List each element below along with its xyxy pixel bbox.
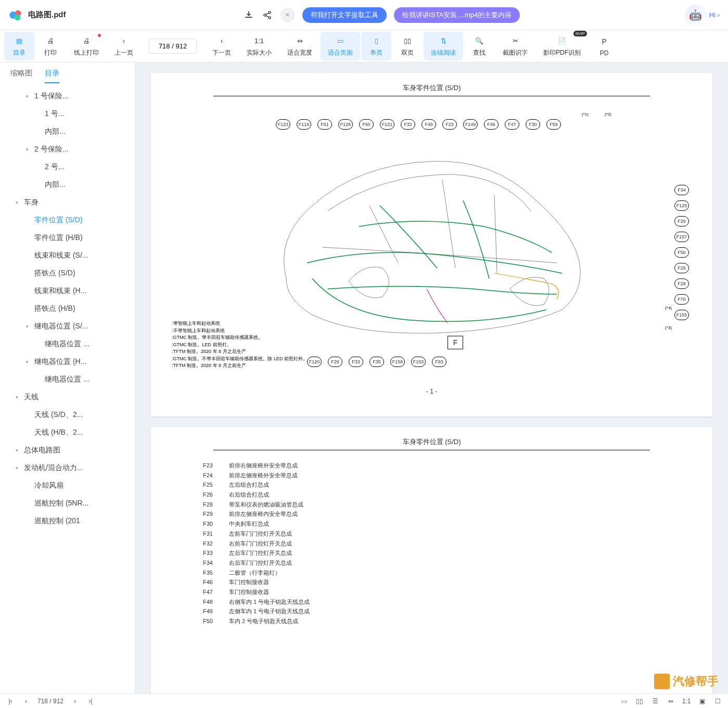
close-suggestion-button[interactable]: × [280, 8, 295, 22]
connector-label: F126 [338, 119, 353, 130]
connector-label: F155 [674, 310, 689, 320]
toolbar-icon: ⇔ [293, 35, 306, 46]
sidebar-tabs: 缩略图 目录 [0, 62, 135, 83]
toolbar-截图识字[interactable]: ✂截图识字 [495, 32, 535, 60]
connector-label: F29 [328, 357, 342, 367]
prev-page-icon[interactable]: ‹ [22, 697, 30, 705]
view-mode-icon[interactable]: ☐ [713, 697, 722, 705]
document-filename: 电路图.pdf [28, 10, 66, 20]
last-page-icon[interactable]: ›| [86, 697, 95, 705]
tree-item[interactable]: ▾发动机/混合动力... [0, 459, 135, 477]
connector-label: F120 [307, 357, 322, 367]
toolbar-查找[interactable]: 🔍查找 [464, 32, 494, 60]
toolbar-打印[interactable]: 🖨打印 [35, 32, 66, 60]
hi-text: Hi › [709, 11, 720, 19]
toolbar-label: 双页 [401, 48, 414, 57]
tree-item[interactable]: ▾继电器位置 (S/... [0, 318, 135, 335]
toolbar-下一页[interactable]: ›下一页 [205, 32, 238, 60]
tree-item[interactable]: 2 号... [0, 158, 135, 176]
tree-item[interactable]: 1 号... [0, 105, 135, 123]
connector-label: F34 [674, 185, 689, 195]
tree-item[interactable]: 零件位置 (S/D) [0, 211, 135, 229]
toolbar-label: 打印 [44, 48, 57, 57]
tree-item[interactable]: 线束和线束 (H... [0, 282, 135, 300]
two-page-view-icon[interactable]: ▯▯ [635, 697, 644, 705]
tree-item[interactable]: 继电器位置 ... [0, 371, 135, 388]
parts-row: F32右前车门门控灯开关总成 [203, 539, 692, 549]
toolbar-label: 单页 [370, 48, 382, 57]
tree-item[interactable]: 线束和线束 (S/... [0, 247, 135, 264]
toolbar-icon: ▤ [13, 35, 25, 46]
connector-label: F47 [505, 119, 519, 130]
tree-item[interactable]: ▾车身 [0, 194, 135, 211]
tree-item[interactable]: 内部... [0, 123, 135, 141]
tree-item[interactable]: ▾1 号保险... [0, 87, 135, 105]
toolbar-连续阅读[interactable]: ⇅连续阅读 [424, 32, 463, 60]
share-icon[interactable] [262, 9, 273, 21]
parts-row: F46车门控制接收器 [203, 577, 692, 587]
tree-item[interactable]: ▾2 号保险... [0, 141, 135, 158]
section-label: F [448, 336, 463, 349]
toolbar-适合页面[interactable]: ▭适合页面 [321, 32, 360, 60]
toolbar-icon: ▯▯ [401, 35, 414, 46]
tree-item[interactable]: 冷却风扇 [0, 477, 135, 495]
user-badge[interactable]: 🤖 Hi › [685, 5, 720, 26]
toolbar-单页[interactable]: ▯单页 [361, 32, 391, 60]
toolbar-icon: ✂ [509, 35, 521, 46]
toolbar-线上打印[interactable]: 🖨线上打印 [67, 32, 106, 60]
toolbar-label: 实际大小 [247, 48, 272, 57]
continuous-view-icon[interactable]: ☰ [651, 697, 659, 705]
connector-label: F93 [432, 357, 446, 367]
tree-item[interactable]: ▾继电器位置 (H... [0, 353, 135, 371]
svg-point-2 [15, 14, 21, 20]
toolbar-label: PD [600, 49, 609, 57]
app-logo [8, 8, 23, 22]
toolbar-icon: ⇅ [437, 35, 450, 46]
first-page-icon[interactable]: |‹ [6, 697, 15, 705]
toolbar-上一页[interactable]: ‹上一页 [107, 32, 141, 60]
toolbar-PD[interactable]: PPD [589, 33, 619, 60]
single-page-view-icon[interactable]: ▭ [620, 697, 628, 705]
toolbar-icon: ▯ [370, 35, 382, 46]
tab-outline[interactable]: 目录 [45, 69, 59, 83]
actual-size-icon[interactable]: 1:1 [682, 697, 691, 705]
parts-row: F23前排右侧座椅外安全带总成 [203, 461, 692, 471]
toolbar-label: 下一页 [212, 48, 231, 57]
document-canvas[interactable]: 车身零件位置 (S/D) [135, 62, 728, 693]
tree-item[interactable]: 天线 (H/B、2... [0, 424, 135, 441]
fit-page-icon[interactable]: ▣ [698, 697, 706, 705]
page-input[interactable] [149, 39, 197, 54]
tree-item[interactable]: 搭铁点 (S/D) [0, 264, 135, 282]
tree-item[interactable]: 搭铁点 (H/B) [0, 300, 135, 318]
connector-label: F28 [674, 279, 689, 289]
tree-item[interactable]: 天线 (S/D、2... [0, 406, 135, 424]
tree-item[interactable]: 内部... [0, 176, 135, 194]
tree-item[interactable]: ▾总体电路图 [0, 441, 135, 459]
ai-suggestion-2[interactable]: 给我讲讲ISTA安装....mp4的主要内容 [394, 7, 520, 23]
watermark-text: 汽修帮手 [673, 674, 719, 689]
download-icon[interactable] [243, 9, 254, 21]
toolbar-双页[interactable]: ▯▯双页 [392, 32, 423, 60]
ai-suggestion-1[interactable]: 帮我打开文字提取工具 [302, 7, 387, 23]
toolbar-实际大小[interactable]: 1:1实际大小 [239, 32, 279, 60]
tree-item[interactable]: 巡航控制 (201 [0, 512, 135, 530]
connector-label: F50 [674, 247, 689, 258]
toolbar-影印PDF识别[interactable]: 📄影印PDF识别SVIP [536, 32, 588, 60]
tree-item[interactable]: 继电器位置 ... [0, 335, 135, 353]
fit-width-icon[interactable]: ⇔ [667, 697, 675, 705]
tree-item[interactable]: 零件位置 (H/B) [0, 229, 135, 247]
next-page-icon[interactable]: › [71, 697, 79, 705]
sidebar: 缩略图 目录 ▾1 号保险...1 号...内部...▾2 号保险...2 号.… [0, 62, 135, 693]
tree-item[interactable]: ▾天线 [0, 388, 135, 406]
footnote-tag: (*4) [665, 306, 672, 310]
toolbar-目录[interactable]: ▤目录 [4, 32, 34, 60]
connector-label: F30 [526, 119, 540, 130]
parts-row: F31左前车门门控灯开关总成 [203, 529, 692, 539]
connector-label: F59 [546, 119, 561, 130]
connector-label: F32 [401, 119, 415, 130]
tree-item[interactable]: 巡航控制 (5NR... [0, 495, 135, 512]
tab-thumbnail[interactable]: 缩略图 [10, 69, 32, 83]
connector-label: F33 [349, 357, 363, 367]
toolbar-适合宽度[interactable]: ⇔适合宽度 [280, 32, 320, 60]
toolbar-icon: 🖨 [44, 35, 57, 46]
